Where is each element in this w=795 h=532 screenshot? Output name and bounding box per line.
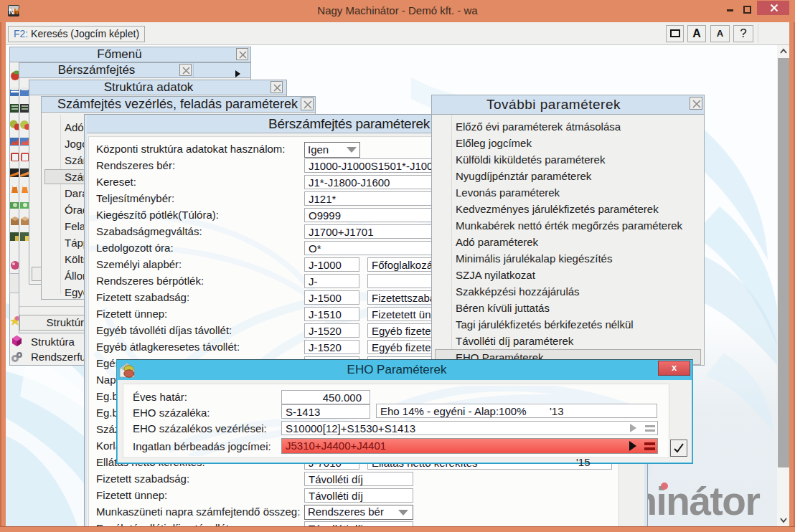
svg-text:M: M [14,7,19,16]
